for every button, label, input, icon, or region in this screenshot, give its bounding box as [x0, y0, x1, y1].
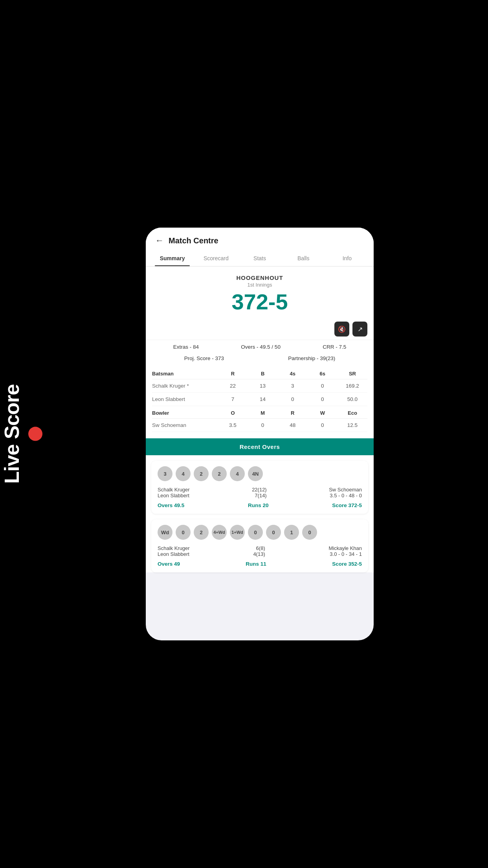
- batsman-2-name: Leon Slabbert: [152, 396, 218, 402]
- ball: 0: [248, 525, 263, 540]
- over2-bat1-score: 6(8): [253, 545, 265, 551]
- live-dot: [28, 427, 42, 441]
- bowler-row-1: Sw Schoeman 3.5 0 48 0 12.5: [152, 419, 367, 432]
- batsman-2-sr: 50.0: [338, 396, 367, 402]
- tab-summary[interactable]: Summary: [150, 250, 194, 266]
- back-button[interactable]: ←: [155, 235, 164, 246]
- match-info: HOOGENHOUT 1st Innings 372-5: [146, 267, 374, 322]
- live-score-text: Live Score: [0, 384, 24, 484]
- bowler-1-eco: 12.5: [338, 422, 367, 428]
- ball: 4+Wd: [212, 525, 227, 540]
- app-content: ← Match Centre Summary Scorecard Stats B…: [146, 228, 374, 572]
- over2-bat2-score: 4(13): [253, 551, 265, 557]
- batsman-2-b: 14: [248, 396, 278, 402]
- over2-bowler-name: Mickayle Khan: [328, 545, 362, 551]
- over-1-score: Score 372-5: [332, 502, 362, 508]
- bowler-header: Bowler O M R W Eco: [152, 406, 367, 419]
- ball: 2: [194, 525, 209, 540]
- over-bowler-stats: 3.5 - 0 - 48 - 0: [329, 493, 362, 498]
- over-bowler-name: Sw Schoeman: [329, 487, 362, 493]
- batsman-1-b: 13: [248, 383, 278, 389]
- partnership-stat: Partnership - 39(23): [288, 355, 335, 361]
- team-name: HOOGENHOUT: [152, 274, 367, 281]
- proj-score-stat: Proj. Score - 373: [184, 355, 224, 361]
- batsman-1-6s: 0: [308, 383, 338, 389]
- ball: 4N: [248, 466, 263, 481]
- over2-bat2-name: Leon Slabbert: [158, 551, 190, 557]
- batsman-1-name: Schalk Kruger *: [152, 383, 218, 389]
- over-footer-2: Overs 49 Runs 11 Score 352-5: [158, 561, 362, 567]
- batsman-row-2: Leon Slabbert 7 14 0 0 50.0: [152, 393, 367, 406]
- ball: 3: [158, 466, 172, 481]
- tab-scorecard[interactable]: Scorecard: [194, 250, 238, 266]
- ball: 0: [302, 525, 317, 540]
- header: ← Match Centre: [146, 228, 374, 250]
- tab-bar: Summary Scorecard Stats Balls Info: [146, 250, 374, 267]
- over-bat2-name: Leon Slabbert: [158, 493, 190, 498]
- bowler-table: Bowler O M R W Eco Sw Schoeman 3.5 0 48 …: [146, 406, 374, 438]
- ball: 2: [194, 466, 209, 481]
- ball: 0: [176, 525, 191, 540]
- ball: 1: [284, 525, 299, 540]
- over-footer-1: Overs 49.5 Runs 20 Score 372-5: [158, 502, 362, 508]
- batsman-1-4s: 3: [278, 383, 308, 389]
- share-button[interactable]: ↗: [352, 322, 367, 337]
- crr-stat: CRR - 7.5: [323, 344, 346, 350]
- phone-frame: ← Match Centre Summary Scorecard Stats B…: [146, 228, 374, 640]
- extras-stat: Extras - 84: [173, 344, 199, 350]
- batsman-col-header: Batsman: [152, 371, 218, 377]
- batsman-row-1: Schalk Kruger * 22 13 3 0 169.2: [152, 379, 367, 393]
- batsmen-table: Batsman R B 4s 6s SR Schalk Kruger * 22 …: [146, 367, 374, 406]
- stats-row-1: Extras - 84 Overs - 49.5 / 50 CRR - 7.5: [146, 340, 374, 354]
- ball: 2: [212, 466, 227, 481]
- batsman-2-r: 7: [218, 396, 248, 402]
- eco-col-header: Eco: [338, 410, 367, 416]
- ball: 0: [266, 525, 281, 540]
- tab-balls[interactable]: Balls: [282, 250, 325, 266]
- tab-info[interactable]: Info: [325, 250, 369, 266]
- batsmen-header: Batsman R B 4s 6s SR: [152, 367, 367, 379]
- over-card-1: 342244N Schalk Kruger Leon Slabbert 22(1…: [151, 461, 368, 514]
- batsman-2-6s: 0: [308, 396, 338, 402]
- page-title: Match Centre: [169, 236, 218, 245]
- innings-label: 1st Innings: [152, 282, 367, 288]
- over-1-runs: Runs 20: [248, 502, 269, 508]
- batsman-1-r: 22: [218, 383, 248, 389]
- recent-overs-title: Recent Overs: [152, 443, 367, 450]
- over-2-runs: Runs 11: [246, 561, 266, 567]
- recent-overs-header: Recent Overs: [146, 438, 374, 455]
- over-players-2: Schalk Kruger Leon Slabbert 6(8) 4(13) M…: [158, 545, 362, 557]
- over-batsmen-1: Schalk Kruger Leon Slabbert: [158, 487, 190, 498]
- ball: 4: [230, 466, 245, 481]
- over2-bowler-stats: 3.0 - 0 - 34 - 1: [328, 551, 362, 557]
- over-players-1: Schalk Kruger Leon Slabbert 22(12) 7(14)…: [158, 487, 362, 498]
- over2-bat1-name: Schalk Kruger: [158, 545, 190, 551]
- balls-row-1: 342244N: [158, 466, 362, 481]
- stats-row-2: Proj. Score - 373 Partnership - 39(23): [146, 354, 374, 367]
- b-col-header: B: [248, 371, 278, 377]
- over-2-overs: Overs 49: [158, 561, 180, 567]
- bowler-1-name: Sw Schoeman: [152, 422, 218, 428]
- bowler-1-m: 0: [248, 422, 278, 428]
- bowler-1-w: 0: [308, 422, 338, 428]
- m-col-header: M: [248, 410, 278, 416]
- balls-row-2: Wd024+Wd1+Wd0010: [158, 525, 362, 540]
- tab-stats[interactable]: Stats: [238, 250, 281, 266]
- bowler-col-header: Bowler: [152, 410, 218, 416]
- sr-col-header: SR: [338, 371, 367, 377]
- mute-button[interactable]: 🔇: [334, 322, 349, 337]
- ball: 1+Wd: [230, 525, 245, 540]
- ball: Wd: [158, 525, 172, 540]
- batsman-2-4s: 0: [278, 396, 308, 402]
- main-score: 372-5: [152, 291, 367, 313]
- ball: 4: [176, 466, 191, 481]
- over-bat1-name: Schalk Kruger: [158, 487, 190, 493]
- overs-stat: Overs - 49.5 / 50: [241, 344, 281, 350]
- over-bat2-score: 7(14): [252, 493, 267, 498]
- over-2-score: Score 352-5: [332, 561, 362, 567]
- action-buttons: 🔇 ↗: [146, 322, 374, 340]
- r-col-header: R: [218, 371, 248, 377]
- bowler-1-o: 3.5: [218, 422, 248, 428]
- o-col-header: O: [218, 410, 248, 416]
- over-1-overs: Overs 49.5: [158, 502, 184, 508]
